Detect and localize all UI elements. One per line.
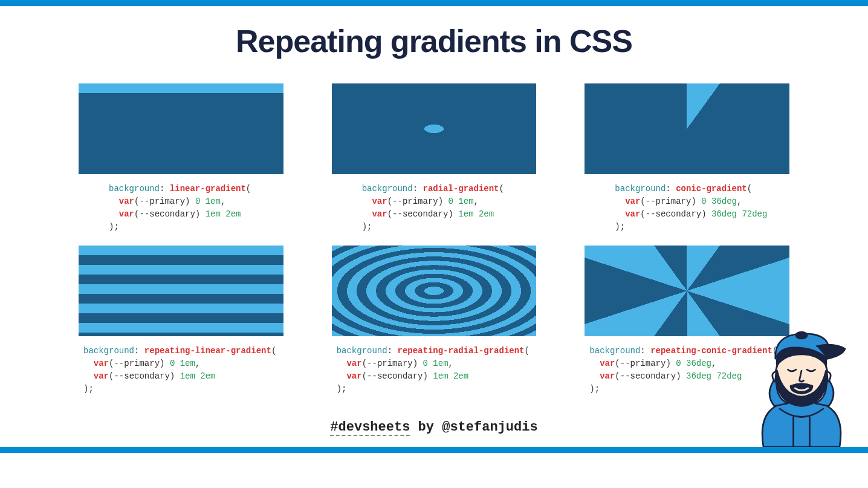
token-property: background [109,184,160,194]
example-repeating-radial: background: repeating-radial-gradient( v… [332,246,537,395]
token-value: 0 36deg [676,359,711,368]
code-repeating-linear: background: repeating-linear-gradient( v… [79,345,283,395]
token-keyword: var [600,371,615,381]
token-function: conic-gradient [676,184,747,194]
page-title: Repeating gradients in CSS [79,23,789,59]
token-value: 0 1em [170,359,195,368]
code-repeating-radial: background: repeating-radial-gradient( v… [332,345,537,395]
example-linear: background: linear-gradient( var(--prima… [79,83,283,233]
token-value: 1em 2em [433,371,468,381]
token-value: 1em 2em [206,209,241,219]
swatch-repeating-linear [79,246,283,336]
token-keyword: var [119,209,134,219]
token-property: background [362,184,413,194]
token-value: 0 36deg [701,197,737,206]
swatch-linear [79,83,283,174]
token-keyword: var [372,209,387,219]
avatar-illustration [747,316,856,447]
example-repeating-linear: background: repeating-linear-gradient( v… [79,246,283,395]
swatch-radial [332,83,537,174]
token-keyword: var [372,197,387,206]
token-value: 0 1em [449,197,474,206]
token-keyword: var [119,197,134,206]
bottom-accent-bar [0,447,868,453]
token-value: 36deg 72deg [711,209,767,219]
token-function: repeating-linear-gradient [144,346,271,356]
svg-point-1 [796,332,807,339]
page-content: Repeating gradients in CSS background: l… [0,6,868,435]
top-accent-bar [0,0,868,6]
token-function: repeating-radial-gradient [397,346,524,356]
token-keyword: var [94,371,109,381]
token-property: background [615,184,666,194]
token-keyword: var [600,359,615,368]
token-value: 36deg 72deg [686,371,742,381]
token-keyword: var [625,209,640,219]
footer-credit: #devsheets by @stefanjudis [79,420,789,435]
token-keyword: var [94,359,109,368]
token-value: 0 1em [195,197,221,206]
example-conic: background: conic-gradient( var(--primar… [585,83,789,233]
swatch-conic [585,83,789,174]
example-radial: background: radial-gradient( var(--prima… [332,83,537,233]
token-keyword: var [625,197,640,206]
token-keyword: var [346,371,361,381]
token-keyword: var [346,359,361,368]
token-property: background [83,346,134,356]
swatch-repeating-radial [332,246,537,336]
examples-grid: background: linear-gradient( var(--prima… [79,83,789,395]
code-linear: background: linear-gradient( var(--prima… [79,183,283,233]
token-property: background [589,346,640,356]
token-function: radial-gradient [423,184,499,194]
token-property: background [337,346,387,356]
token-function: linear-gradient [170,184,246,194]
code-radial: background: radial-gradient( var(--prima… [332,183,537,233]
token-value: 1em 2em [458,209,494,219]
token-value: 1em 2em [180,371,216,381]
footer-author: by @stefanjudis [410,420,537,435]
code-conic: background: conic-gradient( var(--primar… [585,183,789,233]
token-value: 0 1em [423,359,449,368]
footer-tag: #devsheets [330,420,410,436]
